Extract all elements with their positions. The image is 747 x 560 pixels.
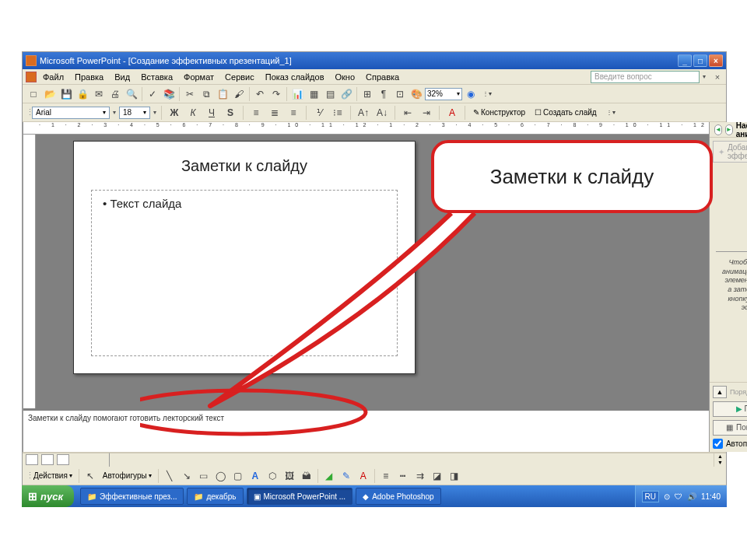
chart-button[interactable]: 📊 xyxy=(289,86,305,102)
reorder-up-button[interactable]: ▲ xyxy=(713,386,727,398)
mail-button[interactable]: ✉ xyxy=(91,86,107,102)
open-button[interactable]: 📂 xyxy=(42,86,58,102)
tray-icon[interactable]: ⊙ xyxy=(664,492,670,501)
bold-button[interactable]: Ж xyxy=(167,105,182,121)
start-button[interactable]: пуск xyxy=(22,485,74,507)
toolbar-options-button[interactable]: ⋮▾ xyxy=(479,86,495,102)
font-combobox[interactable]: Arial xyxy=(32,107,110,119)
menu-view[interactable]: Вид xyxy=(110,71,135,83)
doc-close-button[interactable]: × xyxy=(712,72,723,82)
sorter-view-button[interactable] xyxy=(41,454,54,465)
line-color-button[interactable]: ✎ xyxy=(338,468,354,484)
ask-question-box[interactable]: Введите вопрос xyxy=(591,71,700,83)
shadow-style-button[interactable]: ◪ xyxy=(430,468,445,484)
close-button[interactable]: × xyxy=(709,54,723,67)
designer-button[interactable]: ✎Конструктор xyxy=(470,107,528,118)
increase-font-button[interactable]: A↑ xyxy=(356,105,371,121)
bullet-text[interactable]: • Текст слайда xyxy=(103,197,386,210)
taskbar-task-active[interactable]: ▣Microsoft PowerPoint ... xyxy=(247,488,353,505)
menu-edit[interactable]: Правка xyxy=(70,71,108,83)
save-button[interactable]: 💾 xyxy=(58,86,74,102)
paste-button[interactable]: 📋 xyxy=(215,86,230,102)
tray-clock[interactable]: 11:40 xyxy=(701,492,721,501)
maximize-button[interactable]: □ xyxy=(693,54,707,67)
normal-view-button[interactable] xyxy=(26,454,38,465)
tray-icon[interactable]: 🔊 xyxy=(687,492,696,501)
autoshapes-menu[interactable]: Автофигуры▾ xyxy=(100,470,155,481)
align-left-button[interactable]: ≡ xyxy=(248,105,264,121)
menu-tools[interactable]: Сервис xyxy=(220,71,259,83)
italic-button[interactable]: К xyxy=(185,105,201,121)
minimize-button[interactable]: _ xyxy=(678,54,692,67)
dash-style-button[interactable]: ┅ xyxy=(395,468,411,484)
cut-button[interactable]: ✂ xyxy=(182,86,198,102)
scroll-up-button[interactable]: ▲ xyxy=(714,453,726,460)
menu-help[interactable]: Справка xyxy=(361,71,404,83)
slide[interactable]: Заметки к слайду • Текст слайда xyxy=(73,141,416,374)
spell-button[interactable]: ✓ xyxy=(145,86,160,102)
actions-menu[interactable]: Действия▾ xyxy=(30,470,75,481)
line-button[interactable]: ╲ xyxy=(162,468,177,484)
slideshow-button[interactable]: Показ слайдов xyxy=(713,420,747,436)
notes-text[interactable]: Заметки к слайду помогают готовить лекто… xyxy=(28,414,224,422)
3d-style-button[interactable]: ◨ xyxy=(447,468,462,484)
grid-button[interactable]: ⊡ xyxy=(392,86,408,102)
menu-insert[interactable]: Вставка xyxy=(136,71,177,83)
autopreview-checkbox[interactable]: Автопросмотр xyxy=(713,439,747,449)
slideshow-view-button[interactable] xyxy=(57,454,69,465)
taskbar-task[interactable]: ◆Adobe Photoshop xyxy=(356,488,441,505)
permission-button[interactable]: 🔒 xyxy=(75,86,90,102)
font-color-button[interactable]: A xyxy=(444,105,460,121)
menu-window[interactable]: Окно xyxy=(331,71,360,83)
tables-borders-button[interactable]: ▤ xyxy=(322,86,338,102)
copy-button[interactable]: ⧉ xyxy=(198,86,214,102)
help-button[interactable]: ◉ xyxy=(463,86,479,102)
font-color-draw-button[interactable]: A xyxy=(356,468,371,484)
menu-format[interactable]: Формат xyxy=(179,71,219,83)
scroll-down-button[interactable]: ▼ xyxy=(714,460,726,467)
diagram-button[interactable]: ⬡ xyxy=(265,468,280,484)
expand-all-button[interactable]: ⊞ xyxy=(359,86,375,102)
content-placeholder[interactable]: • Текст слайда xyxy=(91,190,398,356)
askbox-dropdown-icon[interactable]: ▾ xyxy=(703,73,706,80)
wordart-button[interactable]: A xyxy=(247,468,263,484)
preview-button[interactable]: 🔍 xyxy=(124,86,139,102)
research-button[interactable]: 📚 xyxy=(161,86,177,102)
taskbar-task[interactable]: 📁декабрь xyxy=(187,488,243,505)
increase-indent-button[interactable]: ⇥ xyxy=(419,105,434,121)
new-slide-button[interactable]: ☐Создать слайд xyxy=(531,107,600,118)
format-painter-button[interactable]: 🖌 xyxy=(231,86,247,102)
print-button[interactable]: 🖨 xyxy=(107,86,123,102)
arrow-button[interactable]: ↘ xyxy=(179,468,195,484)
line-style-button[interactable]: ≡ xyxy=(378,468,394,484)
formatting-options-button[interactable]: ⋮▾ xyxy=(603,105,619,121)
picture-button[interactable]: 🏔 xyxy=(299,468,314,484)
tray-icon[interactable]: 🛡 xyxy=(675,492,682,501)
slide-title[interactable]: Заметки к слайду xyxy=(74,157,415,175)
numbering-button[interactable]: ⅟ xyxy=(311,105,327,121)
clipart-button[interactable]: 🖼 xyxy=(282,468,297,484)
fill-color-button[interactable]: ◢ xyxy=(321,468,337,484)
taskpane-forward-button[interactable]: ► xyxy=(725,124,733,135)
align-right-button[interactable]: ≡ xyxy=(286,105,301,121)
language-indicator[interactable]: RU xyxy=(642,491,659,502)
oval-button[interactable]: ◯ xyxy=(213,468,229,484)
undo-button[interactable]: ↶ xyxy=(252,86,268,102)
table-button[interactable]: ▦ xyxy=(306,86,321,102)
rectangle-button[interactable]: ▭ xyxy=(196,468,212,484)
align-center-button[interactable]: ≣ xyxy=(267,105,282,121)
bullets-button[interactable]: ⁝≡ xyxy=(330,105,345,121)
new-button[interactable]: □ xyxy=(26,86,41,102)
color-button[interactable]: 🎨 xyxy=(409,86,424,102)
underline-button[interactable]: Ч xyxy=(204,105,219,121)
hyperlink-button[interactable]: 🔗 xyxy=(338,86,354,102)
preview-button[interactable]: ▶ Просмотр xyxy=(713,401,747,417)
shadow-button[interactable]: S xyxy=(223,105,238,121)
autopreview-input[interactable] xyxy=(713,439,723,449)
menu-slideshow[interactable]: Показ слайдов xyxy=(261,71,329,83)
arrow-style-button[interactable]: ⇉ xyxy=(412,468,428,484)
select-button[interactable]: ↖ xyxy=(82,468,98,484)
zoom-combobox[interactable]: 32% xyxy=(425,88,462,100)
notes-pane[interactable]: Заметки к слайду помогают готовить лекто… xyxy=(23,408,709,452)
fontsize-combobox[interactable]: 18 xyxy=(119,107,150,119)
